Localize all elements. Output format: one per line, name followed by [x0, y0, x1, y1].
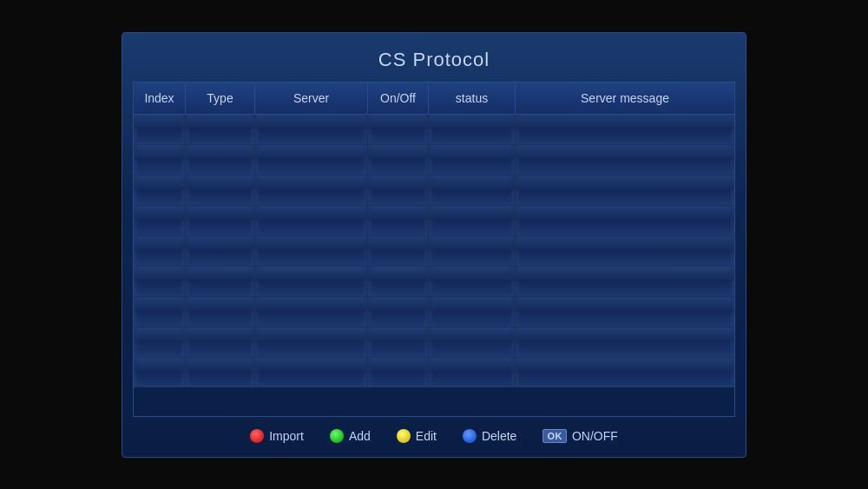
ok-badge: OK	[542, 429, 567, 443]
table-cell	[255, 115, 368, 144]
table-cell	[186, 267, 255, 296]
table-row[interactable]	[134, 358, 734, 387]
table-cell	[255, 267, 368, 296]
table-cell	[186, 327, 255, 357]
table-cell	[368, 206, 429, 235]
table-cell	[186, 175, 255, 205]
yellow-dot-icon	[397, 429, 411, 443]
table-cell	[429, 267, 516, 296]
table-cell	[429, 327, 516, 357]
add-label: Add	[349, 429, 371, 443]
panel-title: CS Protocol	[122, 33, 746, 82]
table-cell	[186, 206, 255, 235]
table-cell	[429, 236, 516, 266]
table-header: Index Type Server On/Off status Server m…	[134, 83, 734, 115]
table-cell	[186, 115, 255, 144]
table-cell	[516, 175, 734, 205]
table-cell	[255, 175, 368, 205]
table-cell	[186, 236, 255, 266]
table-cell	[516, 115, 734, 144]
cs-protocol-panel: CS Protocol Index Type Server On/Off sta…	[122, 32, 746, 458]
import-label: Import	[269, 429, 304, 443]
table-cell	[134, 115, 186, 144]
table-cell	[368, 236, 429, 266]
table-cell	[134, 327, 186, 357]
table-row[interactable]	[134, 327, 734, 358]
table-cell	[368, 297, 429, 327]
table-row[interactable]	[134, 236, 734, 267]
table-cell	[255, 206, 368, 235]
edit-label: Edit	[416, 429, 437, 443]
table-cell	[255, 236, 368, 266]
table-cell	[134, 236, 186, 266]
table-cell	[368, 175, 429, 205]
table-cell	[134, 206, 186, 235]
table-cell	[429, 145, 516, 175]
col-server: Server	[255, 83, 368, 114]
table-cell	[368, 115, 429, 144]
green-dot-icon	[330, 429, 344, 443]
table-cell	[134, 358, 186, 387]
table-cell	[516, 206, 734, 235]
onoff-button[interactable]: OK ON/OFF	[542, 429, 617, 443]
table-cell	[516, 297, 734, 327]
table-cell	[134, 145, 186, 175]
table-cell	[134, 267, 186, 296]
import-button[interactable]: Import	[250, 429, 304, 443]
table-cell	[516, 236, 734, 266]
table-cell	[134, 175, 186, 205]
table-cell	[516, 327, 734, 357]
table-row[interactable]	[134, 206, 734, 236]
onoff-label: ON/OFF	[572, 429, 618, 443]
table-row[interactable]	[134, 115, 734, 145]
col-index: Index	[134, 83, 186, 114]
table-cell	[186, 297, 255, 327]
table-row[interactable]	[134, 175, 734, 206]
delete-button[interactable]: Delete	[463, 429, 516, 443]
table-cell	[134, 297, 186, 327]
table-cell	[186, 145, 255, 175]
table-row[interactable]	[134, 297, 734, 327]
add-button[interactable]: Add	[330, 429, 371, 443]
col-status: status	[429, 83, 516, 114]
table-cell	[429, 206, 516, 235]
table-cell	[255, 327, 368, 357]
table-cell	[368, 145, 429, 175]
table-cell	[516, 267, 734, 296]
table-cell	[516, 145, 734, 175]
table-row[interactable]	[134, 145, 734, 175]
footer: Import Add Edit Delete OK ON/OFF	[122, 417, 746, 457]
table-row[interactable]	[134, 267, 734, 297]
col-onoff: On/Off	[368, 83, 429, 114]
table-cell	[255, 145, 368, 175]
edit-button[interactable]: Edit	[397, 429, 437, 443]
table-cell	[429, 115, 516, 144]
col-type: Type	[186, 83, 255, 114]
red-dot-icon	[250, 429, 264, 443]
table-cell	[429, 297, 516, 327]
table-cell	[429, 175, 516, 205]
table-cell	[255, 358, 368, 387]
blue-dot-icon	[463, 429, 477, 443]
delete-label: Delete	[482, 429, 516, 443]
table-cell	[516, 358, 734, 387]
protocol-table: Index Type Server On/Off status Server m…	[133, 82, 735, 417]
table-cell	[368, 267, 429, 296]
table-cell	[429, 358, 516, 387]
table-body	[134, 115, 734, 387]
col-server-message: Server message	[516, 83, 734, 114]
table-cell	[368, 358, 429, 387]
table-cell	[368, 327, 429, 357]
table-cell	[186, 358, 255, 387]
table-cell	[255, 297, 368, 327]
